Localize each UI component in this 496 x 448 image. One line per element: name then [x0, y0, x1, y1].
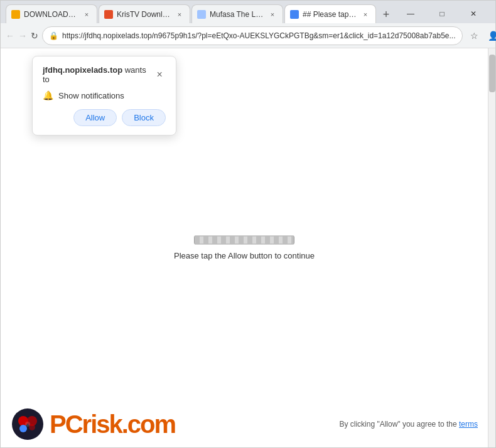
- popup-header: jfdhq.nopixelads.top wants to ×: [43, 65, 166, 84]
- allow-button[interactable]: Allow: [73, 109, 117, 126]
- popup-close-button[interactable]: ×: [153, 68, 166, 81]
- tab-bar: DOWNLOAD: Mufasa... × KrisTV Download Pa…: [1, 1, 495, 23]
- terms-link[interactable]: terms: [459, 420, 478, 429]
- svg-point-5: [25, 422, 30, 427]
- browser-content-area: jfdhq.nopixelads.top wants to × 🔔 Show n…: [1, 48, 495, 447]
- back-button[interactable]: ←: [6, 27, 14, 45]
- address-actions: ☆ 👤 ⋮: [466, 28, 496, 44]
- reload-button[interactable]: ↻: [31, 27, 38, 45]
- pcrisk-text: PCrisk.com: [50, 410, 175, 439]
- tab-3-title: Mufasa The Lion Kin...: [210, 10, 264, 19]
- tab-3-close[interactable]: ×: [267, 9, 278, 19]
- pcrisk-pc: PC: [50, 410, 82, 438]
- minimize-button[interactable]: —: [396, 4, 425, 23]
- new-tab-button[interactable]: +: [377, 6, 395, 23]
- scrollbar-track: [488, 48, 495, 447]
- progress-text: Please tap the Allow button to continue: [174, 251, 315, 260]
- browser-window: DOWNLOAD: Mufasa... × KrisTV Download Pa…: [0, 0, 496, 448]
- address-bar-row: ← → ↻ 🔒 https://jfdhq.nopixelads.top/n96…: [1, 23, 495, 48]
- popup-domain: jfdhq.nopixelads.top: [43, 65, 122, 75]
- tab-2-favicon: [104, 10, 113, 19]
- pcrisk-risk: risk.com: [82, 410, 176, 438]
- progress-bar: [194, 236, 294, 245]
- notice-text: By clicking "Allow" you agree to the: [339, 420, 456, 429]
- page-center-content: Please tap the Allow button to continue: [174, 236, 315, 260]
- tab-4-close[interactable]: ×: [360, 9, 370, 19]
- popup-buttons: Allow Block: [43, 109, 166, 126]
- popup-permission-text: Show notifications: [58, 91, 124, 100]
- tab-3-favicon: [197, 10, 206, 19]
- profile-button[interactable]: 👤: [485, 28, 496, 44]
- tab-1-close[interactable]: ×: [82, 9, 92, 19]
- pcrisk-logo: PCrisk.com: [11, 407, 175, 441]
- tab-4-favicon: [290, 10, 299, 19]
- bell-icon: 🔔: [43, 90, 53, 100]
- block-button[interactable]: Block: [122, 109, 166, 126]
- tab-4[interactable]: ## Please tap the All... ×: [284, 4, 376, 23]
- tab-1-title: DOWNLOAD: Mufasa...: [24, 10, 78, 19]
- forward-button[interactable]: →: [18, 27, 27, 45]
- bottom-notice: By clicking "Allow" you agree to the ter…: [339, 420, 478, 429]
- tab-2-title: KrisTV Download Pa...: [117, 10, 171, 19]
- close-button[interactable]: ✕: [459, 4, 488, 23]
- bookmark-button[interactable]: ☆: [466, 28, 483, 44]
- tab-2[interactable]: KrisTV Download Pa... ×: [99, 4, 190, 23]
- tab-2-close[interactable]: ×: [175, 9, 185, 19]
- tab-1-favicon: [11, 10, 20, 19]
- maximize-button[interactable]: □: [428, 4, 456, 23]
- bottom-bar: PCrisk.com By clicking "Allow" you agree…: [1, 401, 488, 447]
- tab-1[interactable]: DOWNLOAD: Mufasa... ×: [6, 4, 97, 23]
- pcrisk-icon: [11, 407, 45, 441]
- tab-4-title: ## Please tap the All...: [303, 10, 357, 19]
- lock-icon: 🔒: [49, 31, 58, 40]
- scrollbar-thumb[interactable]: [489, 55, 495, 92]
- window-controls: — □ ✕: [396, 4, 490, 23]
- url-text: https://jfdhq.nopixelads.top/n9675p9h1s/…: [62, 31, 456, 40]
- notification-popup: jfdhq.nopixelads.top wants to × 🔔 Show n…: [32, 56, 176, 136]
- popup-title: jfdhq.nopixelads.top wants to: [43, 65, 153, 84]
- tab-3[interactable]: Mufasa The Lion Kin... ×: [191, 4, 283, 23]
- address-bar[interactable]: 🔒 https://jfdhq.nopixelads.top/n9675p9h1…: [42, 26, 463, 45]
- popup-permission: 🔔 Show notifications: [43, 90, 166, 100]
- page-content: jfdhq.nopixelads.top wants to × 🔔 Show n…: [1, 48, 488, 447]
